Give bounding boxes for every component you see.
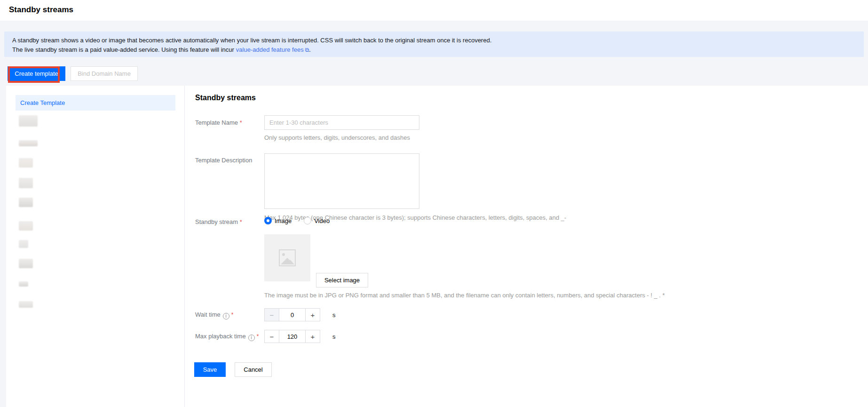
- template-list-sidebar: Create Template: [6, 86, 185, 407]
- external-link-icon[interactable]: ⧉: [305, 45, 309, 55]
- radio-option-video[interactable]: Video: [304, 217, 330, 224]
- image-placeholder-icon: [279, 249, 296, 266]
- redacted-template-item[interactable]: [19, 281, 28, 287]
- max-playback-decrement-button[interactable]: −: [264, 330, 279, 343]
- max-playback-time-stepper: − 120 +: [264, 330, 320, 343]
- sidebar-item-create-template[interactable]: Create Template: [16, 95, 175, 111]
- max-playback-time-value[interactable]: 120: [279, 330, 306, 343]
- page-title: Standby streams: [9, 5, 73, 15]
- image-preview-placeholder: [264, 234, 310, 281]
- required-asterisk: *: [240, 219, 242, 225]
- radio-video-label: Video: [314, 217, 330, 224]
- redacted-template-item[interactable]: [19, 140, 38, 146]
- wait-time-increment-button[interactable]: +: [306, 308, 320, 321]
- template-name-label: Template Name*: [195, 119, 242, 126]
- main-panel: Create Template Standby streams Template…: [6, 86, 868, 407]
- wait-time-decrement-button[interactable]: −: [264, 308, 279, 321]
- redacted-template-item[interactable]: [19, 158, 33, 168]
- banner-line-2: The live standby stream is a paid value-…: [12, 45, 864, 55]
- redacted-template-item[interactable]: [19, 301, 33, 308]
- template-description-textarea[interactable]: [264, 153, 419, 209]
- radio-unselected-icon[interactable]: [304, 217, 311, 224]
- redacted-template-item[interactable]: [19, 198, 33, 207]
- max-playback-increment-button[interactable]: +: [306, 330, 320, 343]
- redacted-template-item[interactable]: [19, 240, 28, 248]
- info-icon[interactable]: i: [248, 335, 255, 341]
- value-added-fees-link[interactable]: value-added feature fees: [236, 46, 304, 53]
- redacted-template-item[interactable]: [19, 178, 33, 188]
- template-description-label: Template Description: [195, 157, 252, 164]
- image-format-helper: The image must be in JPG or PNG format a…: [264, 292, 665, 299]
- template-name-input[interactable]: [264, 115, 419, 130]
- info-banner: A standby stream shows a video or image …: [4, 32, 864, 57]
- max-playback-time-label: Max playback timei*: [195, 333, 259, 341]
- radio-selected-icon[interactable]: [264, 217, 272, 224]
- max-playback-time-unit: s: [332, 333, 336, 340]
- required-asterisk: *: [231, 311, 234, 318]
- wait-time-value[interactable]: 0: [279, 308, 306, 321]
- banner-line-2-text: The live standby stream is a paid value-…: [12, 46, 234, 53]
- required-asterisk: *: [240, 120, 242, 126]
- wait-time-label: Wait timei*: [195, 311, 233, 319]
- app-header: Standby streams: [0, 0, 868, 21]
- banner-line-2-period: .: [309, 46, 311, 53]
- wait-time-unit: s: [332, 311, 336, 319]
- standby-streams-page: Standby streams A standby stream shows a…: [0, 0, 868, 407]
- redacted-template-item[interactable]: [19, 221, 33, 231]
- form-heading: Standby streams: [195, 94, 256, 102]
- radio-image-label: Image: [275, 217, 292, 224]
- create-template-button[interactable]: Create template: [8, 66, 65, 81]
- info-icon[interactable]: i: [223, 313, 229, 319]
- template-name-helper: Only supports letters, digits, underscor…: [264, 134, 410, 141]
- radio-option-image[interactable]: Image: [264, 217, 292, 224]
- wait-time-stepper: − 0 +: [264, 308, 320, 321]
- save-button[interactable]: Save: [194, 362, 226, 377]
- required-asterisk: *: [257, 333, 259, 340]
- standby-stream-label: Standby stream*: [195, 218, 242, 225]
- select-image-button[interactable]: Select image: [316, 273, 368, 287]
- redacted-template-item[interactable]: [19, 259, 33, 268]
- cancel-button[interactable]: Cancel: [235, 362, 272, 377]
- standby-stream-radio-group: Image Video: [264, 217, 330, 224]
- banner-line-1: A standby stream shows a video or image …: [12, 36, 864, 45]
- bind-domain-name-button[interactable]: Bind Domain Name: [71, 66, 138, 81]
- redacted-template-item[interactable]: [19, 115, 38, 127]
